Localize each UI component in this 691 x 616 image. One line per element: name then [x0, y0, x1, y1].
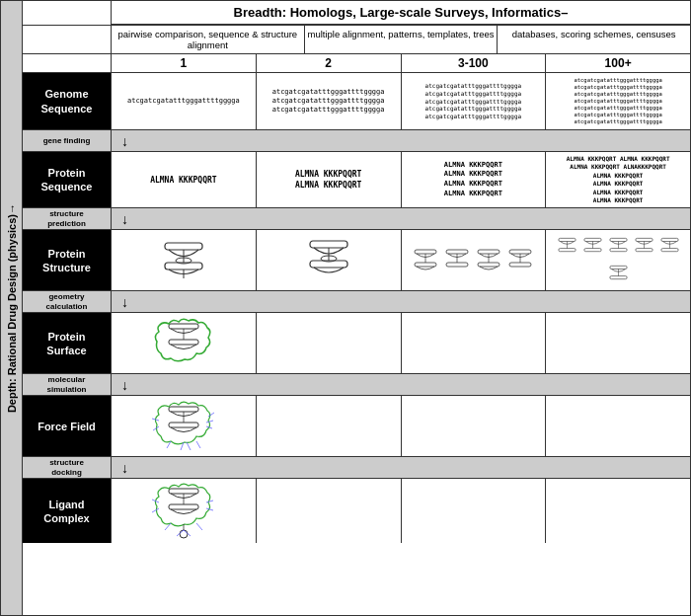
protein-surface-svg	[151, 316, 215, 370]
col-header-spacer	[23, 26, 112, 53]
svg-rect-34	[660, 248, 677, 251]
protein-struct-cell-2	[257, 230, 402, 290]
svg-rect-5	[310, 241, 347, 248]
structure-prediction-arrow: ↓	[112, 208, 690, 229]
protein-struct-svg-3c	[474, 247, 503, 274]
protein-struct-cell-4	[546, 230, 690, 290]
svg-rect-16	[478, 263, 499, 267]
svg-rect-36	[609, 266, 626, 269]
genome-cell-1: atcgatcgatatttgggattttgggga	[112, 73, 257, 129]
col-header-3: databases, scoring schemes, censuses	[498, 26, 690, 53]
svg-rect-13	[446, 263, 468, 267]
protein-surface-cell-4	[546, 313, 690, 373]
gene-finding-arrow: ↓	[112, 130, 690, 151]
svg-rect-28	[609, 248, 626, 251]
ligand-complex-svg	[151, 483, 215, 540]
protein-struct-svg-4d	[632, 236, 656, 258]
protein-struct-svg-4f	[606, 264, 631, 285]
protein-surface-cell-3	[402, 313, 547, 373]
protein-struct-cell-1	[112, 230, 257, 290]
depth-label: Depth: Rational Drug Design (physics)→	[6, 203, 18, 413]
force-field-row: Force Field	[23, 396, 690, 457]
geometry-calc-arrow: ↓	[112, 291, 690, 312]
ligand-complex-label: LigandComplex	[23, 479, 112, 543]
genome-cell-2: atcgatcgatatttgggattttggggaatcgatcgatatt…	[257, 73, 402, 129]
protein-struct-svg-4c	[606, 236, 631, 258]
genome-sequence-label: GenomeSequence	[23, 73, 112, 129]
protein-surface-row: ProteinSurface	[23, 313, 690, 374]
gene-finding-arrow-row: gene finding ↓	[23, 130, 690, 152]
svg-rect-30	[635, 238, 652, 241]
svg-rect-12	[446, 250, 468, 254]
col-number-spacer	[23, 54, 112, 72]
col-number-row: 1 2 3-100 100+	[23, 53, 690, 72]
main-content: Breadth: Homologs, Large-scale Surveys, …	[23, 1, 690, 615]
svg-rect-37	[609, 275, 626, 278]
force-field-cell-2	[257, 396, 402, 456]
protein-struct-svg-2	[300, 235, 357, 286]
col-number-3: 3-100	[402, 54, 547, 72]
genome-dna-2: atcgatcgatatttgggattttggggaatcgatcgatatt…	[272, 88, 385, 115]
genome-sequence-row: GenomeSequence atcgatcgatatttgggattttggg…	[23, 73, 690, 130]
svg-rect-0	[165, 243, 202, 250]
force-field-cell-1	[112, 396, 257, 456]
protein-seq-cell-2: ALMNA KKKPQQRTALMNA KKKPQQRT	[257, 152, 402, 207]
protein-struct-cell-3	[402, 230, 547, 290]
structure-docking-arrow: ↓	[112, 457, 690, 478]
force-field-label: Force Field	[23, 396, 112, 456]
force-field-svg	[151, 399, 215, 453]
svg-rect-42	[169, 407, 198, 412]
svg-line-66	[196, 523, 202, 530]
molecular-sim-arrow-row: molecularsimulation ↓	[23, 374, 690, 396]
svg-rect-18	[509, 250, 531, 254]
col-number-1: 1	[112, 54, 257, 72]
ligand-complex-cell-4	[546, 479, 690, 543]
structure-prediction-label: structureprediction	[23, 208, 112, 229]
svg-rect-15	[478, 250, 499, 254]
protein-struct-svg-3d	[505, 247, 535, 274]
genome-dna-1: atcgatcgatatttgggattttgggga	[127, 97, 240, 106]
svg-rect-39	[169, 324, 198, 329]
protein-seq-cell-1: ALMNA KKKPQQRT	[112, 152, 257, 207]
gene-finding-label: gene finding	[23, 130, 112, 151]
force-field-cell-3	[402, 396, 547, 456]
col-header-1: pairwise comparison, sequence & structur…	[112, 26, 305, 53]
genome-dna-4: atcgatcgatatttgggattttggggaatcgatcgatatt…	[574, 77, 661, 126]
svg-rect-21	[558, 238, 575, 241]
genome-cell-3: atcgatcgatatttgggattttggggaatcgatcgatatt…	[402, 73, 547, 129]
protein-struct-svg-4b	[580, 236, 605, 258]
protein-struct-svg-1	[155, 235, 212, 286]
protein-sequence-label: ProteinSequence	[23, 152, 112, 207]
protein-seq-4: ALMNA KKKPQQRT ALMNA KKKPQQRTALMNA KKKPQ…	[567, 155, 670, 204]
protein-struct-svg-4e	[657, 236, 682, 258]
svg-rect-54	[169, 489, 198, 494]
svg-rect-40	[169, 340, 198, 345]
protein-structure-label: ProteinStructure	[23, 230, 112, 290]
breadth-header: Breadth: Homologs, Large-scale Surveys, …	[112, 1, 690, 25]
protein-struct-svg-3a	[411, 247, 440, 274]
molecular-sim-label: molecularsimulation	[23, 374, 112, 395]
depth-label-container: Depth: Rational Drug Design (physics)→	[1, 1, 23, 615]
svg-rect-27	[609, 238, 626, 241]
svg-rect-24	[583, 238, 600, 241]
force-field-cell-4	[546, 396, 690, 456]
protein-surface-cell-2	[257, 313, 402, 373]
protein-seq-cell-3: ALMNA KKKPQQRTALMNA KKKPQQRTALMNA KKKPQQ…	[402, 152, 547, 207]
ligand-complex-cell-1	[112, 479, 257, 543]
svg-rect-31	[635, 248, 652, 251]
col-header-2: multiple alignment, patterns, templates,…	[305, 26, 499, 53]
body-section: GenomeSequence atcgatcgatatttgggattttggg…	[23, 73, 690, 615]
molecular-sim-arrow: ↓	[112, 374, 690, 395]
protein-seq-2: ALMNA KKKPQQRTALMNA KKKPQQRT	[295, 169, 361, 191]
col-number-4: 100+	[546, 54, 690, 72]
svg-rect-19	[509, 263, 531, 267]
genome-dna-3: atcgatcgatatttgggattttggggaatcgatcgatatt…	[425, 82, 522, 120]
geometry-calc-label: geometrycalculation	[23, 291, 112, 312]
ligand-complex-cell-3	[402, 479, 547, 543]
structure-docking-arrow-row: structuredocking ↓	[23, 457, 690, 479]
svg-rect-10	[415, 263, 436, 267]
svg-line-46	[187, 442, 191, 450]
protein-surface-label: ProteinSurface	[23, 313, 112, 373]
ligand-complex-row: LigandComplex	[23, 479, 690, 543]
header-section: Breadth: Homologs, Large-scale Surveys, …	[23, 1, 690, 73]
